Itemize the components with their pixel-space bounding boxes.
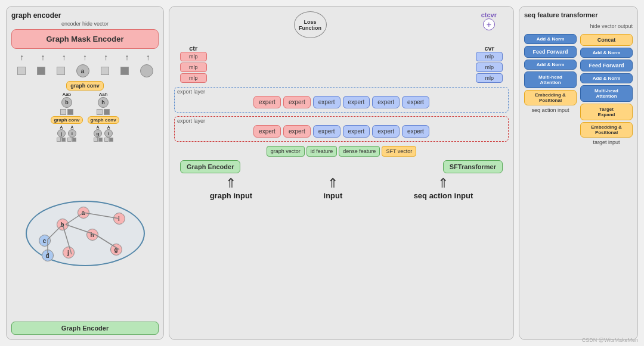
svg-line-4 — [83, 213, 119, 219]
node-a: a — [76, 64, 89, 77]
arrow-up-5: ↑ — [104, 52, 108, 62]
expert-11: expert — [372, 125, 400, 138]
sm-sq-3 — [97, 109, 103, 115]
subtree-b: Aab b graph conv A j — [51, 92, 82, 142]
expert-1: expert — [253, 96, 281, 108]
node-i-col: A i — [67, 125, 76, 142]
encoder-hide-vector-label: encoder hide vector — [11, 21, 159, 27]
subtree-h: Aah h graph conv A g — [88, 92, 119, 142]
arrow-graph-input: ⇑ — [225, 176, 236, 191]
arrow-up-1: ↑ — [20, 52, 24, 62]
middle-panel: LossFunction ctcvr + ctr mlp mlp mlp cvr — [169, 6, 514, 340]
tree-section: graph conv Aab b graph conv — [11, 81, 159, 143]
b-conv-row: graph conv — [51, 116, 82, 124]
input-label: input — [324, 191, 343, 200]
mlp-tower-ctr: mlp mlp mlp — [180, 52, 207, 83]
sq-4 — [101, 67, 109, 75]
ctcvr-label: ctcvr — [481, 11, 497, 18]
node-j-col: A j — [57, 125, 66, 142]
right-panel-header: seq feature transformer — [524, 11, 633, 18]
h-squares — [97, 109, 110, 115]
g-squares — [94, 138, 103, 142]
sm-sq-2 — [67, 109, 73, 115]
expert-row-upper: expert expert expert expert expert exper… — [178, 96, 504, 108]
graph-input-col: ⇑ graph input — [210, 176, 253, 200]
seq-action-label: seq action input — [414, 191, 473, 200]
graph-conv-j: graph conv — [51, 116, 82, 124]
target-col-right: Concat Add & Norm Feed Forward Add & Nor… — [580, 34, 633, 335]
ctr-label: ctr — [189, 45, 197, 52]
arrow-up-4: ↑ — [83, 52, 87, 62]
target-expand-box: TargetExpand — [580, 104, 633, 120]
input-features-row: graph vector id feature dense feature SF… — [267, 146, 416, 157]
g-sq2 — [98, 138, 103, 142]
squares-row-1: a — [11, 64, 159, 77]
a-label-j: A — [60, 125, 63, 129]
sm-sq-4 — [104, 109, 110, 115]
node-h: h — [98, 97, 109, 108]
arrow-up-3: ↑ — [62, 52, 66, 62]
node-g-col: A g — [94, 125, 103, 142]
right-panel-title: seq feature transformer — [524, 11, 633, 18]
graph-encoder-bar: Graph Encoder — [11, 322, 159, 335]
export-layer-label-2: export layer — [177, 118, 205, 124]
plus-circle: + — [483, 18, 495, 30]
mlp-cvr-1: mlp — [476, 52, 503, 61]
graph-conv-1: graph conv — [66, 81, 104, 91]
export-layer-lower: export layer expert expert expert expert… — [174, 116, 509, 142]
multi-head-attn-1: Multi-headAttention — [524, 71, 577, 88]
watermark: CSDN @WitsMakeMen — [582, 337, 638, 343]
dense-feature-feat: dense feature — [339, 146, 380, 157]
left-subtree: graph conv Aab b graph conv — [51, 81, 119, 143]
sq-3 — [57, 67, 65, 75]
h-conv-row: graph conv — [88, 116, 119, 124]
ctr-tower: ctr mlp mlp mlp — [180, 45, 207, 83]
loss-label: LossFunction — [299, 19, 321, 31]
feed-forward-1: Feed Forward — [524, 46, 577, 58]
sm-sq-1 — [60, 109, 66, 115]
multi-head-attn-2: Multi-headAttention — [580, 85, 633, 102]
sft-bar: SFTransformer — [443, 160, 503, 173]
expert-8: expert — [283, 125, 311, 138]
aab-label: Aab — [63, 92, 71, 97]
aah-label: Aah — [99, 92, 107, 97]
i2-sq2 — [109, 138, 113, 142]
expert-6: expert — [402, 96, 429, 108]
expert-10: expert — [343, 125, 370, 138]
svg-line-6 — [66, 225, 95, 235]
j-sq2 — [61, 138, 66, 142]
i2-sq1 — [104, 138, 109, 142]
arrow-input: ⇑ — [327, 176, 338, 191]
mlp-ctr-1: mlp — [180, 52, 207, 61]
node-i2-col: A i — [104, 125, 113, 142]
b-squares — [60, 109, 73, 115]
id-feature-feat: id feature — [306, 146, 338, 157]
graph-encoder-middle: Graph Encoder — [180, 160, 240, 173]
left-panel-title: graph encoder — [11, 11, 159, 20]
graph-input-label: graph input — [210, 191, 253, 200]
node-row-aab-aah: Aab b graph conv A j — [51, 92, 119, 142]
expert-4: expert — [343, 96, 370, 108]
a-label-i: A — [71, 125, 74, 129]
j-sq1 — [57, 138, 61, 142]
seq-action-col-right: Add & Norm Feed Forward Add & Norm Multi… — [524, 34, 577, 335]
loss-section: LossFunction — [294, 11, 327, 38]
export-layer-upper: export layer expert expert expert expert… — [174, 87, 509, 113]
svg-line-5 — [95, 235, 119, 250]
seq-action-input-label: seq action input — [531, 107, 569, 113]
sq-5 — [120, 67, 129, 75]
i-sq2 — [72, 138, 76, 142]
expert-5: expert — [372, 96, 400, 108]
svg-line-0 — [66, 213, 83, 225]
i-squares — [67, 138, 76, 142]
node-b: b — [61, 97, 72, 108]
seq-action-col: ⇑ seq action input — [414, 176, 473, 200]
node-i: i — [68, 129, 76, 138]
graph-mask-encoder-box: Graph Mask Encoder — [11, 29, 159, 49]
g-sq1 — [94, 138, 98, 142]
arrow-seq: ⇑ — [438, 176, 448, 191]
cvr-tower: cvr mlp mlp mlp — [476, 45, 503, 83]
graph-oval-container: a b c d h i g j — [11, 148, 159, 319]
expert-3: expert — [313, 96, 340, 108]
graph-lines — [27, 202, 144, 265]
